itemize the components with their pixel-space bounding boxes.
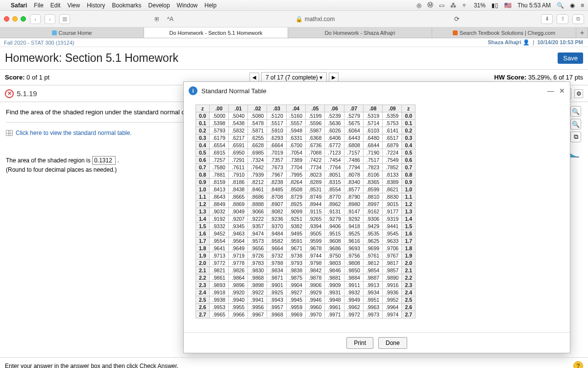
enter-instruction: Enter your answer in the answer box and … (5, 363, 178, 368)
done-button[interactable]: Done (378, 337, 407, 349)
normal-table-link[interactable]: Click here to view the standard normal t… (16, 130, 132, 136)
enter-answer-bar: Enter your answer in the answer box and … (0, 357, 588, 368)
zoom-in-icon[interactable]: 🔍 (570, 106, 581, 117)
menu-history[interactable]: History (87, 2, 105, 9)
user-icon[interactable]: 👤 (523, 39, 530, 45)
score-label: Score: (5, 74, 24, 81)
clock[interactable]: Thu 5:53 AM (517, 2, 551, 9)
download-icon[interactable]: ⬇ (541, 14, 553, 24)
input-flag[interactable]: 🇺🇸 (504, 2, 512, 9)
breadcrumb: Fall 2020 - STAT 300 (19124) Shaza Alhaj… (0, 38, 588, 47)
forward-button[interactable]: › (45, 14, 55, 24)
display-icon[interactable]: ▭ (439, 2, 444, 9)
answer-input[interactable] (92, 156, 116, 165)
z-table: z.00.01.02.03.04.05.06.07.08.09z0.0.5000… (196, 105, 416, 318)
menu-window[interactable]: Window (177, 2, 198, 9)
tab-chegg[interactable]: Search Textbook Solutions | Chegg.com (432, 27, 576, 38)
menu-edit[interactable]: Edit (50, 2, 61, 9)
round-note: (Round to four decimal places as needed.… (6, 166, 117, 173)
tab-course-home[interactable]: Course Home (0, 27, 144, 38)
tab-label: Course Home (59, 30, 92, 36)
tab-label: Do Homework - Section 5.1 Homework (169, 30, 262, 36)
score-value: 0 of 1 pt (26, 74, 49, 81)
menu-icon[interactable]: ≡ (581, 2, 584, 9)
new-tab-button[interactable]: ＋ (576, 27, 588, 38)
question-body: Find the area of the shaded region under… (0, 102, 588, 357)
table-icon (6, 130, 13, 136)
course-link[interactable]: Fall 2020 - STAT 300 (19124) (4, 40, 74, 46)
url-text: mathxl.com (305, 16, 335, 23)
hwscore-label: HW Score: (494, 74, 527, 81)
print-button[interactable]: Print (346, 337, 373, 349)
close-popup-icon[interactable]: ✕ (559, 87, 565, 95)
tabs-icon[interactable]: ⧉ (572, 14, 584, 24)
share-icon[interactable]: ⇧ (557, 14, 568, 24)
battery-percent[interactable]: 31% (474, 2, 486, 9)
incorrect-icon: ✕ (5, 89, 14, 98)
timestamp: 10/14/20 10:53 PM (537, 39, 583, 45)
menu-develop[interactable]: Develop (148, 2, 170, 9)
homework-titlebar: Homework: Section 5.1 Homework Save (0, 47, 588, 70)
minimize-popup-icon[interactable]: — (547, 87, 554, 95)
status-icon[interactable]: ◎ (416, 2, 421, 9)
tab-homework-shaza[interactable]: Do Homework - Shaza Alhajri (288, 27, 432, 38)
tab-label: Search Textbook Solutions | Chegg.com (460, 30, 555, 36)
reader-icon[interactable]: ᴬA (167, 16, 176, 23)
popup-title: Standard Normal Table (201, 87, 267, 95)
hwscore-value: 35.29%, 6 of 17 pts (528, 74, 583, 81)
tab-label: Do Homework - Shaza Alhajri (325, 30, 395, 36)
info-icon: i (189, 86, 197, 95)
status-icon[interactable]: Ⓜ (427, 1, 433, 9)
answer-pretext: The area of the shaded region is (6, 157, 92, 164)
sidebar-button[interactable]: ▥ (59, 14, 70, 24)
siri-icon[interactable]: ◉ (570, 2, 575, 9)
menu-help[interactable]: Help (204, 2, 217, 9)
zoom-window[interactable] (21, 16, 26, 22)
normal-table-popup: i Standard Normal Table — ✕ z.00.01.02.0… (183, 81, 570, 353)
bluetooth-icon[interactable]: ⁂ (450, 2, 456, 9)
save-button[interactable]: Save (558, 53, 583, 64)
page-title: Homework: Section 5.1 Homework (5, 52, 178, 65)
tab-row: Course Home Do Homework - Section 5.1 Ho… (0, 27, 588, 38)
wifi-icon[interactable]: ᯤ (462, 2, 468, 9)
user-name: Shaza Alhajri (488, 39, 521, 45)
privacy-icon[interactable]: ⛨ (151, 16, 163, 23)
url-bar[interactable]: 🔒 mathxl.com (180, 16, 450, 23)
answer-posttext: . (117, 157, 119, 164)
browser-toolbar: ‹ › ▥ ⛨ ᴬA 🔒 mathxl.com ⟳ ⬇ ⇧ ⧉ (0, 11, 588, 27)
next-question-button[interactable]: ▶ (329, 73, 339, 82)
menu-bookmarks[interactable]: Bookmarks (112, 2, 142, 9)
back-button[interactable]: ‹ (30, 14, 41, 24)
prev-question-button[interactable]: ◀ (249, 73, 259, 82)
menu-file[interactable]: File (34, 2, 43, 9)
close-window[interactable] (4, 16, 9, 22)
battery-icon[interactable]: ▮▯ (491, 2, 498, 9)
tab-homework-section[interactable]: Do Homework - Section 5.1 Homework (144, 27, 288, 38)
app-name[interactable]: Safari (11, 2, 27, 9)
lock-icon: 🔒 (295, 16, 303, 23)
help-icon[interactable]: ? (573, 361, 583, 368)
mac-menubar: Safari File Edit View History Bookmarks … (0, 0, 588, 11)
window-controls (4, 16, 26, 22)
settings-icon[interactable]: ⚙ (574, 89, 583, 98)
reload-icon[interactable]: ⟳ (454, 15, 460, 23)
minimize-window[interactable] (12, 16, 18, 22)
menu-view[interactable]: View (67, 2, 80, 9)
question-number: 5.1.19 (17, 89, 37, 98)
spotlight-icon[interactable]: 🔍 (557, 2, 564, 9)
